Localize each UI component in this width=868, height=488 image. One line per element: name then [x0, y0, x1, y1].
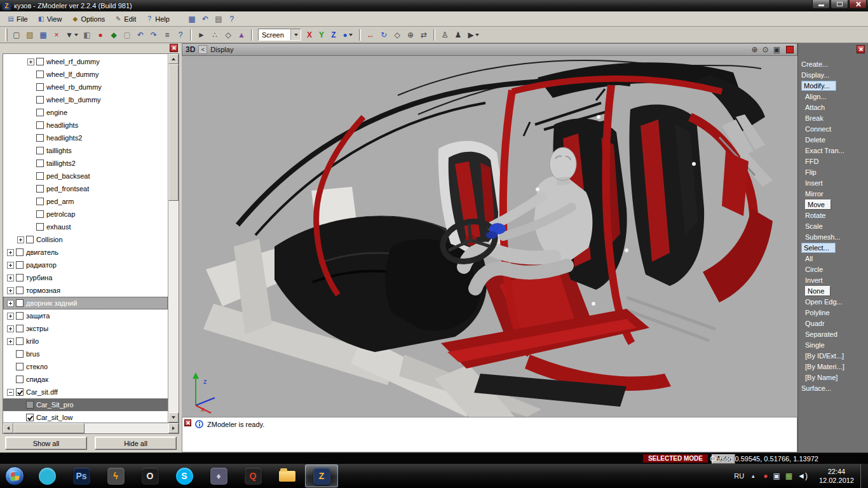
tree-row[interactable]: engine	[3, 106, 168, 119]
tree-row[interactable]: brus	[3, 348, 168, 360]
toolbar-grip[interactable]	[5, 29, 8, 41]
tree-row[interactable]: taillights	[3, 144, 168, 157]
tree-row[interactable]: exhaust	[3, 220, 168, 233]
tree-row[interactable]: headlights2	[3, 132, 168, 144]
face-mode-icon[interactable]: ▲	[235, 29, 248, 41]
tree-row[interactable]: headlights	[3, 119, 168, 132]
language-indicator[interactable]: RU	[730, 472, 748, 480]
tree-row[interactable]: экстры	[3, 322, 168, 335]
tray-device-icon[interactable]: ▦	[785, 471, 792, 480]
command-item[interactable]: Circle	[805, 266, 823, 273]
tree-expander-icon[interactable]	[7, 249, 14, 256]
tree-checkbox[interactable]	[36, 147, 44, 154]
tree-row[interactable]: ped_frontseat	[3, 182, 168, 195]
command-item[interactable]: Scale	[805, 222, 823, 230]
tree-checkbox[interactable]	[26, 414, 34, 421]
command-item[interactable]: Surface...	[801, 384, 831, 392]
tree-checkbox[interactable]	[36, 58, 44, 65]
command-item[interactable]: Submesh...	[805, 233, 841, 241]
scrollbar-track[interactable]	[85, 423, 168, 433]
animation-icon[interactable]: ▶	[465, 29, 482, 41]
menu-item-edit[interactable]: ✎ Edit	[110, 13, 140, 25]
command-item[interactable]: Quadr	[805, 320, 825, 327]
tree-checkbox[interactable]	[26, 401, 34, 409]
tree-row[interactable]: wheel_lf_dummy	[3, 68, 168, 81]
show-desktop-button[interactable]	[860, 464, 868, 488]
script-icon[interactable]: ▢	[121, 29, 133, 41]
tree-checkbox[interactable]	[36, 83, 44, 91]
redo-icon[interactable]: ↷	[147, 29, 160, 41]
volume-icon[interactable]: ◄)	[797, 471, 808, 480]
tree-row[interactable]: Car_sit_low	[3, 411, 168, 423]
render-icon[interactable]: ●	[94, 29, 107, 41]
scroll-down-icon[interactable]	[168, 412, 179, 423]
tree-checkbox[interactable]	[36, 96, 44, 104]
tree-expander-icon[interactable]	[7, 300, 14, 307]
tree-checkbox[interactable]	[16, 299, 24, 307]
tree-row[interactable]: радиатор	[3, 259, 168, 271]
command-item[interactable]: Single	[805, 341, 825, 349]
tree-row[interactable]: Collision	[3, 233, 168, 246]
undo-icon[interactable]: ↶	[199, 13, 212, 25]
tree-checkbox[interactable]	[36, 198, 44, 205]
hide-all-button[interactable]: Hide all	[95, 437, 177, 450]
command-item[interactable]: Insert	[805, 179, 823, 187]
scrollbar-thumb[interactable]	[168, 64, 179, 201]
command-item[interactable]: Separated	[805, 330, 837, 338]
panel-close-button[interactable]	[170, 44, 178, 52]
screen-mode-select[interactable]: Screen	[258, 29, 301, 41]
tray-expand-icon[interactable]: ▲	[748, 473, 758, 479]
tree-expander-icon[interactable]	[7, 262, 14, 269]
shading-mode-icon[interactable]: ●	[339, 29, 356, 41]
restore-button[interactable]	[831, 0, 848, 9]
scroll-up-icon[interactable]	[168, 54, 179, 64]
viewport-view-label[interactable]: Display	[210, 46, 233, 53]
tree-expander-icon[interactable]	[17, 236, 24, 243]
tree-row[interactable]: wheel_rb_dummy	[3, 81, 168, 93]
edge-mode-icon[interactable]: ◇	[222, 29, 234, 41]
tree-checkbox[interactable]	[16, 248, 24, 256]
tree-row[interactable]: ped_arm	[3, 195, 168, 208]
command-item[interactable]: Attach	[805, 104, 825, 111]
command-item[interactable]: Delete	[805, 136, 825, 144]
command-item[interactable]: [By Materi...]	[805, 363, 844, 370]
tray-app-icon[interactable]: ●	[763, 471, 768, 480]
tree-checkbox[interactable]	[36, 71, 44, 78]
close-button[interactable]	[849, 0, 867, 9]
tree-expander-icon[interactable]	[7, 325, 14, 332]
zoom-region-icon[interactable]: ⊕	[752, 45, 758, 54]
scrollbar-track[interactable]	[168, 201, 179, 412]
tree-row[interactable]: спидак	[3, 373, 168, 386]
command-item[interactable]: Mirror	[805, 190, 824, 198]
show-all-button[interactable]: Show all	[5, 437, 87, 450]
command-item[interactable]: Move	[805, 200, 831, 210]
command-item[interactable]: Align...	[805, 93, 827, 100]
undo-history-icon[interactable]: ↶	[134, 29, 147, 41]
tree-checkbox[interactable]	[36, 172, 44, 180]
tree-row[interactable]: турбина	[3, 271, 168, 284]
tree-row[interactable]: wheel_rf_dummy	[3, 55, 168, 68]
tree-row[interactable]: krilo	[3, 335, 168, 348]
minimize-button[interactable]	[812, 0, 830, 9]
tree-row[interactable]: двигатель	[3, 246, 168, 259]
tree-expander-icon[interactable]	[7, 313, 14, 320]
axis-y-button[interactable]: Y	[316, 29, 327, 41]
media-app-icon[interactable]: ♦	[202, 464, 235, 487]
help-mode-icon[interactable]: ?	[174, 29, 187, 41]
tree-checkbox[interactable]	[16, 376, 24, 383]
tree-expander-icon[interactable]	[7, 287, 14, 294]
command-item[interactable]: FFD	[805, 158, 818, 165]
command-item[interactable]: Create...	[801, 60, 828, 68]
tree-checkbox[interactable]	[36, 109, 44, 116]
command-item[interactable]: Break	[805, 114, 824, 122]
delete-icon[interactable]: ×	[50, 29, 63, 41]
skin-icon[interactable]: ♟	[452, 29, 465, 41]
tree-checkbox[interactable]	[16, 363, 24, 370]
tree-checkbox[interactable]	[36, 223, 44, 231]
vertex-mode-icon[interactable]: ∴	[208, 29, 221, 41]
tree-checkbox[interactable]	[16, 337, 24, 345]
command-item[interactable]: Modify...	[801, 81, 836, 91]
tree-expander-icon[interactable]	[7, 338, 14, 345]
tree-checkbox[interactable]	[16, 274, 24, 281]
new-file-ic6on[interactable]: ▢	[10, 29, 23, 41]
